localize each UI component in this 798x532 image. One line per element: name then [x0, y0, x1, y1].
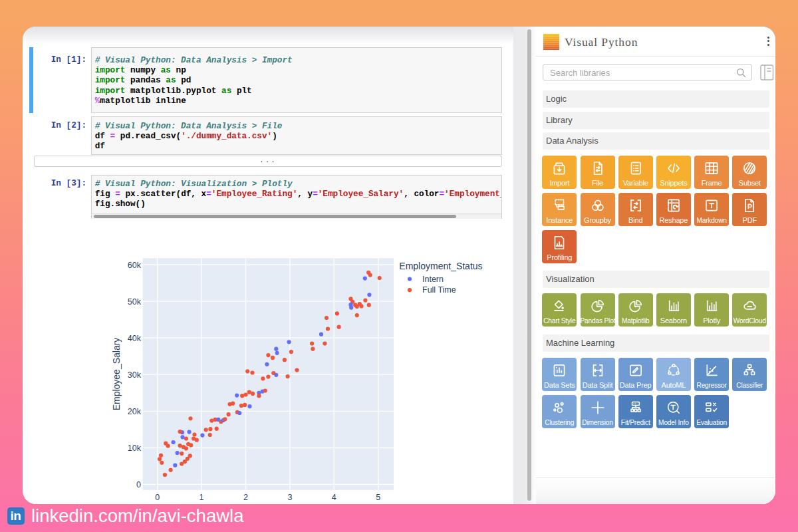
svg-text:3: 3: [287, 493, 292, 502]
svg-text:20k: 20k: [128, 407, 142, 416]
svg-text:Intern: Intern: [422, 275, 444, 284]
svg-text:30k: 30k: [128, 370, 142, 380]
svg-text:40k: 40k: [128, 334, 142, 343]
svg-text:4: 4: [332, 493, 336, 502]
svg-text:5: 5: [376, 493, 380, 502]
svg-text:Employment_Status: Employment_Status: [399, 261, 482, 271]
svg-text:50k: 50k: [128, 297, 142, 307]
svg-text:Employee_Salary: Employee_Salary: [111, 338, 122, 411]
svg-text:60k: 60k: [128, 261, 142, 270]
svg-text:Full Time: Full Time: [422, 285, 456, 295]
svg-text:10k: 10k: [128, 444, 142, 453]
svg-text:0: 0: [155, 493, 160, 502]
svg-text:1: 1: [200, 493, 204, 502]
svg-text:2: 2: [243, 493, 248, 502]
svg-text:0: 0: [136, 480, 141, 489]
